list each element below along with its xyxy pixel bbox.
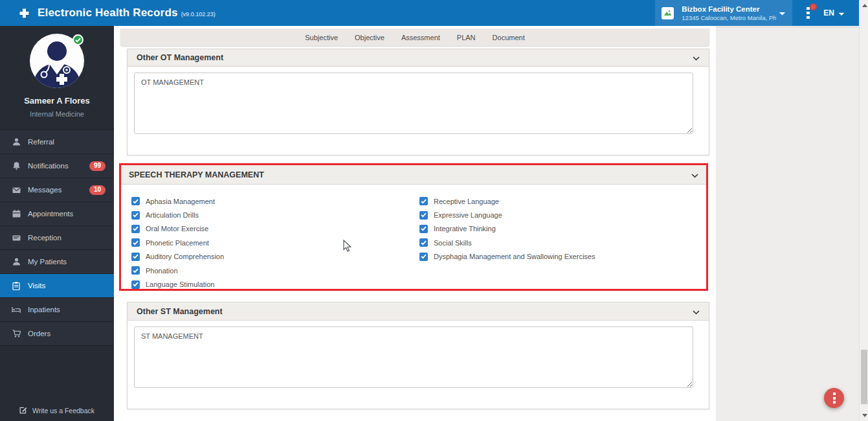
checkbox-checked[interactable] [419,238,428,247]
feedback-link[interactable]: Write us a Feedback [0,406,114,415]
tab-document[interactable]: Document [493,34,525,41]
sidebar-item-orders[interactable]: Orders [0,322,114,346]
app-version: (v9.0.102.23) [181,11,216,17]
speech-checkbox-column-left: Aphasia Management Articulation Drills O… [131,194,419,291]
main-content: Subjective Objective Assessment PLAN Doc… [114,26,859,421]
scroll-down-arrow-icon[interactable] [862,414,867,417]
cart-icon [12,330,21,337]
checkbox-checked[interactable] [131,238,140,247]
messages-count-badge: 10 [89,185,106,195]
facility-logo-icon [662,7,674,19]
panel-speech-therapy-management: SPEECH THERAPY MANAGEMENT Aphasia Manage… [119,163,708,291]
checkbox-label: Auditory Comprehension [146,253,224,260]
scroll-up-arrow-icon[interactable] [862,4,867,7]
checkbox-label: Integrative Thinking [434,225,496,233]
checkbox-label: Aphasia Management [146,198,215,205]
panel-title: Other OT Management [137,53,693,62]
panel-header-ot[interactable]: Other OT Management [128,49,709,67]
chevron-down-icon [691,169,698,181]
patient-icon [12,258,21,266]
checkbox-row: Integrative Thinking [419,222,595,236]
top-bar: Electronic Health Records (v9.0.102.23) … [0,0,859,26]
sidebar-item-my-patients[interactable]: My Patients [0,250,114,274]
sidebar-item-referral[interactable]: Referral [0,130,114,154]
tab-objective[interactable]: Objective [355,34,384,41]
language-label: EN [823,8,834,17]
checkbox-label: Social Skills [434,239,472,247]
notifications-count-badge: 99 [89,161,106,171]
panel-other-ot-management: Other OT Management OT MANAGEMENT [127,49,709,155]
floating-actions-button[interactable] [824,388,844,408]
sidebar-item-label: Referral [28,138,54,146]
ot-management-textarea[interactable]: OT MANAGEMENT [134,73,693,134]
sidebar-item-label: Messages [28,186,61,194]
sidebar: Sameer A Flores Internal Medicine Referr… [0,26,114,421]
checkbox-checked[interactable] [131,280,140,289]
feedback-label: Write us a Feedback [32,407,95,415]
facility-address: 12345 Caloocan, Metro Manila, Phil... [682,14,776,21]
referral-icon [12,138,21,146]
checkbox-row: Auditory Comprehension [131,250,419,264]
chevron-down-icon [693,306,700,317]
reception-icon [12,234,21,242]
checkbox-label: Oral Motor Exercise [146,225,208,233]
checkbox-row: Dysphagia Management and Swallowing Exer… [419,250,595,264]
medical-cross-icon [19,8,29,18]
checkbox-label: Receptive Language [434,198,499,205]
panel-title: Other ST Management [137,307,693,316]
language-selector[interactable]: EN [823,7,845,19]
checkbox-row: Phonation [131,264,419,277]
soap-tabbar: Subjective Objective Assessment PLAN Doc… [120,28,709,46]
sidebar-item-label: Notifications [28,162,69,170]
sidebar-item-label: My Patients [28,258,67,266]
sidebar-item-label: Inpatients [28,306,60,313]
facility-name: Bizbox Facility Center [682,5,776,13]
facility-selector[interactable]: Bizbox Facility Center 12345 Caloocan, M… [655,0,792,26]
app-title: Electronic Health Records [38,6,178,19]
panel-header-st[interactable]: Other ST Management [128,302,709,321]
sidebar-item-reception[interactable]: Reception [0,226,114,250]
panel-header-speech[interactable]: SPEECH THERAPY MANAGEMENT [121,165,706,185]
checkbox-row: Social Skills [419,236,595,249]
checkbox-checked[interactable] [131,197,140,205]
bell-icon [12,162,21,170]
scrollbar-thumb[interactable] [861,350,867,404]
header-kebab-menu[interactable] [792,7,823,19]
checkbox-checked[interactable] [131,253,140,261]
checkbox-row: Oral Motor Exercise [131,222,419,236]
checkbox-row: Phonetic Placement [131,236,419,249]
sidebar-item-messages[interactable]: Messages 10 [0,178,114,202]
checkbox-checked[interactable] [131,211,140,220]
clipboard-icon [12,282,21,290]
checkbox-checked[interactable] [131,225,140,233]
right-background-pane [716,27,859,421]
st-management-textarea[interactable]: ST MANAGEMENT [134,326,693,388]
checkbox-checked[interactable] [419,211,428,220]
vertical-scrollbar[interactable] [859,0,868,421]
tab-assessment[interactable]: Assessment [401,34,440,41]
chevron-down-icon [779,7,786,19]
tab-subjective[interactable]: Subjective [305,34,338,41]
checkbox-checked[interactable] [419,253,428,261]
checkbox-label: Language Stimulation [146,280,214,288]
speech-checkbox-columns: Aphasia Management Articulation Drills O… [121,185,706,291]
sidebar-item-appointments[interactable]: Appointments [0,202,114,226]
checkbox-checked[interactable] [419,197,428,205]
pencil-icon [19,406,27,415]
checkbox-label: Phonetic Placement [146,239,209,247]
checkbox-row: Language Stimulation [131,277,419,291]
checkbox-label: Expressive Language [434,211,502,219]
checkbox-checked[interactable] [131,266,140,275]
panel-other-st-management: Other ST Management ST MANAGEMENT [127,302,709,409]
sidebar-item-visits[interactable]: Visits [0,274,114,298]
sidebar-item-label: Appointments [28,210,73,218]
chevron-down-icon [693,52,700,63]
checkbox-checked[interactable] [419,225,428,233]
sidebar-item-notifications[interactable]: Notifications 99 [0,154,114,178]
sidebar-item-inpatients[interactable]: Inpatients [0,298,114,322]
checkbox-row: Articulation Drills [131,208,419,222]
user-specialty: Internal Medicine [0,110,114,118]
avatar [30,34,84,88]
chevron-down-icon [838,7,845,19]
tab-plan[interactable]: PLAN [457,34,476,41]
